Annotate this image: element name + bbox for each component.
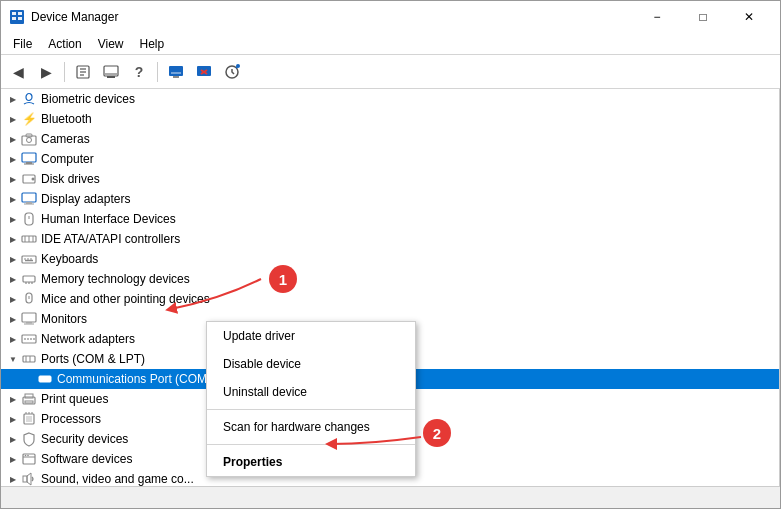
bluetooth-label: Bluetooth: [41, 112, 92, 126]
expander-diskdrives[interactable]: ▶: [5, 171, 21, 187]
expander-ports[interactable]: ▼: [5, 351, 21, 367]
disk-icon: [21, 171, 37, 187]
expander-biometric[interactable]: ▶: [5, 91, 21, 107]
software-icon: [21, 451, 37, 467]
computer-icon: [21, 151, 37, 167]
tree-item-biometric[interactable]: ▶ Biometric devices: [1, 89, 779, 109]
forward-button[interactable]: ▶: [33, 59, 59, 85]
network-label: Network adapters: [41, 332, 135, 346]
properties-toolbar-button[interactable]: [70, 59, 96, 85]
svg-rect-24: [22, 153, 36, 162]
tree-item-display[interactable]: ▶ Display adapters: [1, 189, 779, 209]
expander-processors[interactable]: ▶: [5, 411, 21, 427]
expander-keyboards[interactable]: ▶: [5, 251, 21, 267]
memory-icon: [21, 271, 37, 287]
tree-item-hid[interactable]: ▶ Human Interface Devices: [1, 209, 779, 229]
svg-rect-74: [23, 476, 27, 482]
expander-network[interactable]: ▶: [5, 331, 21, 347]
menu-help[interactable]: Help: [132, 35, 173, 53]
ide-label: IDE ATA/ATAPI controllers: [41, 232, 180, 246]
expander-software[interactable]: ▶: [5, 451, 21, 467]
device-tree[interactable]: ▶ Biometric devices ▶ ⚡ Bluetooth ▶ Came…: [1, 89, 780, 486]
expander-cameras[interactable]: ▶: [5, 131, 21, 147]
window-controls: − □ ✕: [634, 1, 772, 33]
tree-item-diskdrives[interactable]: ▶ Disk drives: [1, 169, 779, 189]
display-icon: [21, 191, 37, 207]
maximize-button[interactable]: □: [680, 1, 726, 33]
menu-file[interactable]: File: [5, 35, 40, 53]
svg-rect-64: [25, 401, 33, 403]
sound-label: Sound, video and game co...: [41, 472, 194, 486]
keyboard-icon: [21, 251, 37, 267]
back-button[interactable]: ◀: [5, 59, 31, 85]
svg-rect-50: [26, 322, 32, 324]
diskdrives-label: Disk drives: [41, 172, 100, 186]
processor-icon: [21, 411, 37, 427]
expander-ide[interactable]: ▶: [5, 231, 21, 247]
context-uninstall-device[interactable]: Uninstall device: [207, 378, 415, 406]
context-update-driver[interactable]: Update driver: [207, 322, 415, 350]
mice-icon: [21, 291, 37, 307]
menu-view[interactable]: View: [90, 35, 132, 53]
svg-point-19: [236, 64, 240, 68]
toolbar-sep-2: [157, 62, 158, 82]
expander-monitors[interactable]: ▶: [5, 311, 21, 327]
minimize-button[interactable]: −: [634, 1, 680, 33]
monitors-icon: [21, 311, 37, 327]
expander-hid[interactable]: ▶: [5, 211, 21, 227]
update-driver-toolbar-button[interactable]: [98, 59, 124, 85]
tree-item-keyboards[interactable]: ▶ Keyboards: [1, 249, 779, 269]
svg-rect-29: [22, 193, 36, 202]
svg-rect-3: [12, 17, 16, 20]
expander-mice[interactable]: ▶: [5, 291, 21, 307]
expander-bluetooth[interactable]: ▶: [5, 111, 21, 127]
device-manager-icon-button[interactable]: [163, 59, 189, 85]
expander-security[interactable]: ▶: [5, 431, 21, 447]
svg-point-73: [27, 455, 29, 457]
expander-memory[interactable]: ▶: [5, 271, 21, 287]
tree-item-computer[interactable]: ▶ Computer: [1, 149, 779, 169]
memory-label: Memory technology devices: [41, 272, 190, 286]
svg-rect-10: [107, 76, 115, 78]
tree-item-cameras[interactable]: ▶ Cameras: [1, 129, 779, 149]
svg-rect-60: [39, 376, 51, 382]
expander-print[interactable]: ▶: [5, 391, 21, 407]
toolbar-sep-1: [64, 62, 65, 82]
expander-display[interactable]: ▶: [5, 191, 21, 207]
expander-computer[interactable]: ▶: [5, 151, 21, 167]
svg-rect-66: [26, 416, 32, 422]
context-properties[interactable]: Properties: [207, 448, 415, 476]
window-title: Device Manager: [31, 10, 634, 24]
svg-rect-13: [173, 76, 179, 78]
context-sep-1: [207, 409, 415, 410]
uninstall-toolbar-button[interactable]: [191, 59, 217, 85]
svg-rect-2: [18, 12, 22, 15]
monitors-label: Monitors: [41, 312, 87, 326]
svg-rect-43: [23, 276, 35, 282]
print-icon: [21, 391, 37, 407]
ports-child-label: Communications Port (COM1): [57, 372, 218, 386]
menu-action[interactable]: Action: [40, 35, 89, 53]
device-manager-window: Device Manager − □ ✕ File Action View He…: [0, 0, 781, 509]
context-disable-device[interactable]: Disable device: [207, 350, 415, 378]
tree-item-memory[interactable]: ▶ Memory technology devices: [1, 269, 779, 289]
computer-label: Computer: [41, 152, 94, 166]
software-label: Software devices: [41, 452, 132, 466]
tree-item-ide[interactable]: ▶ IDE ATA/ATAPI controllers: [1, 229, 779, 249]
hid-icon: [21, 211, 37, 227]
security-icon: [21, 431, 37, 447]
sound-icon: [21, 471, 37, 486]
expander-sound[interactable]: ▶: [5, 471, 21, 486]
context-scan-hardware[interactable]: Scan for hardware changes: [207, 413, 415, 441]
help-toolbar-button[interactable]: ?: [126, 59, 152, 85]
svg-point-28: [32, 178, 35, 181]
svg-rect-12: [169, 66, 183, 76]
tree-item-mice[interactable]: ▶ Mice and other pointing devices: [1, 289, 779, 309]
scan-toolbar-button[interactable]: [219, 59, 245, 85]
biometric-icon: [21, 91, 37, 107]
close-button[interactable]: ✕: [726, 1, 772, 33]
mice-label: Mice and other pointing devices: [41, 292, 210, 306]
svg-rect-1: [12, 12, 16, 15]
hid-label: Human Interface Devices: [41, 212, 176, 226]
tree-item-bluetooth[interactable]: ▶ ⚡ Bluetooth: [1, 109, 779, 129]
